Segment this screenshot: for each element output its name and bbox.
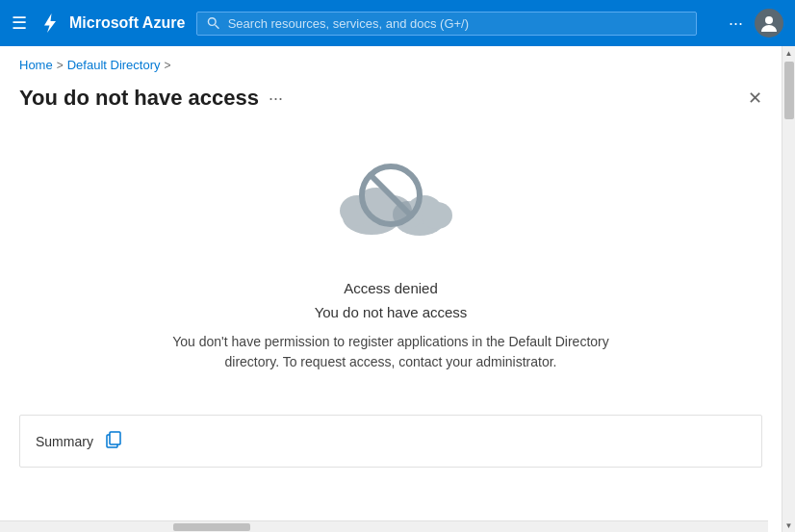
copy-svg [103, 429, 122, 448]
main-content: Home > Default Directory > You do not ha… [0, 46, 795, 532]
summary-box: Summary [19, 415, 762, 468]
page-options-button[interactable]: ··· [269, 89, 283, 109]
copy-icon[interactable] [103, 429, 122, 453]
scroll-up-button[interactable]: ▲ [782, 46, 796, 60]
search-input[interactable] [228, 16, 687, 31]
page-header-left: You do not have access ··· [19, 86, 283, 111]
breadcrumb-home[interactable]: Home [19, 58, 53, 72]
error-content: Access denied You do not have access You… [0, 126, 782, 415]
breadcrumb-separator-2: > [165, 59, 171, 72]
user-avatar[interactable] [755, 9, 783, 38]
page-title: You do not have access [19, 86, 259, 111]
error-subtitle: You do not have access [315, 304, 468, 320]
azure-logo-icon [38, 12, 62, 35]
vertical-scrollbar-thumb[interactable] [784, 62, 794, 119]
scroll-down-button[interactable]: ▼ [782, 519, 796, 532]
svg-point-2 [765, 16, 773, 24]
azure-logo: Microsoft Azure [38, 12, 185, 35]
search-icon [207, 16, 219, 30]
close-button[interactable]: ✕ [748, 88, 762, 109]
avatar-icon [759, 13, 779, 33]
page-header: You do not have access ··· ✕ [0, 78, 782, 126]
azure-logo-text: Microsoft Azure [69, 14, 185, 32]
hamburger-menu-icon[interactable]: ☰ [12, 13, 27, 34]
svg-point-10 [422, 202, 452, 229]
content-panel: Home > Default Directory > You do not ha… [0, 46, 782, 532]
svg-line-1 [216, 25, 219, 29]
summary-label: Summary [36, 434, 93, 449]
error-description: You don't have permission to register ap… [160, 332, 622, 372]
svg-rect-14 [110, 432, 120, 444]
denied-svg-icon [323, 145, 458, 261]
search-bar[interactable] [196, 12, 697, 36]
breadcrumb-default-directory[interactable]: Default Directory [67, 58, 161, 72]
top-navigation-bar: ☰ Microsoft Azure ··· [0, 0, 795, 46]
access-denied-illustration [323, 145, 458, 261]
breadcrumb: Home > Default Directory > [0, 46, 782, 78]
horizontal-scrollbar-thumb[interactable] [173, 523, 250, 531]
error-title: Access denied [344, 280, 438, 296]
horizontal-scrollbar[interactable] [0, 520, 768, 532]
more-options-button[interactable]: ··· [729, 13, 743, 34]
svg-point-0 [209, 18, 217, 26]
breadcrumb-separator-1: > [57, 59, 64, 72]
top-bar-right: ··· [729, 9, 783, 38]
vertical-scrollbar[interactable]: ▲ ▼ [782, 46, 795, 532]
